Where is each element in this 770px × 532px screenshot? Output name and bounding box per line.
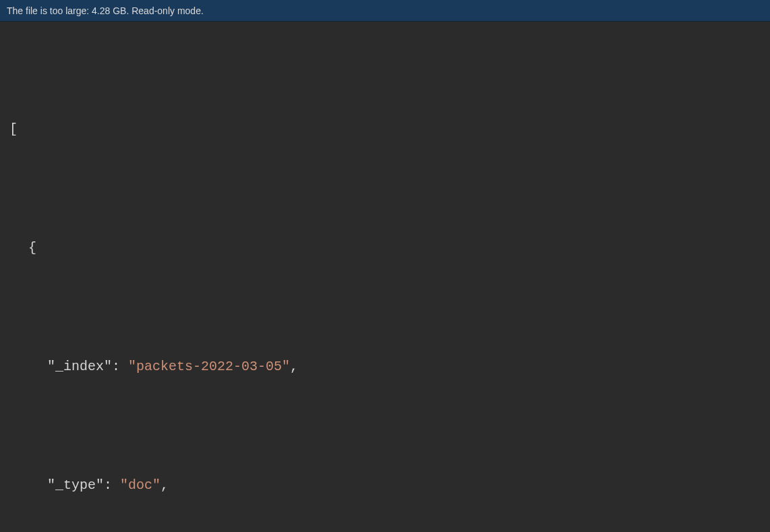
code-line: [ [0,115,770,144]
file-too-large-notification: The file is too large: 4.28 GB. Read-onl… [0,0,770,22]
code-editor[interactable]: [ { "_index": "packets-2022-03-05", "_ty… [0,22,770,532]
brace-open: { [28,233,36,263]
bracket-open: [ [9,115,18,144]
json-string: "packets-2022-03-05" [128,352,290,382]
code-line: { [0,233,770,263]
code-line: "_type": "doc", [0,471,770,500]
json-key: "_type" [47,471,104,500]
json-key: "_index" [47,352,112,382]
code-line: "_index": "packets-2022-03-05", [0,352,770,382]
json-string: "doc" [120,471,160,500]
notification-text: The file is too large: 4.28 GB. Read-onl… [7,5,204,16]
